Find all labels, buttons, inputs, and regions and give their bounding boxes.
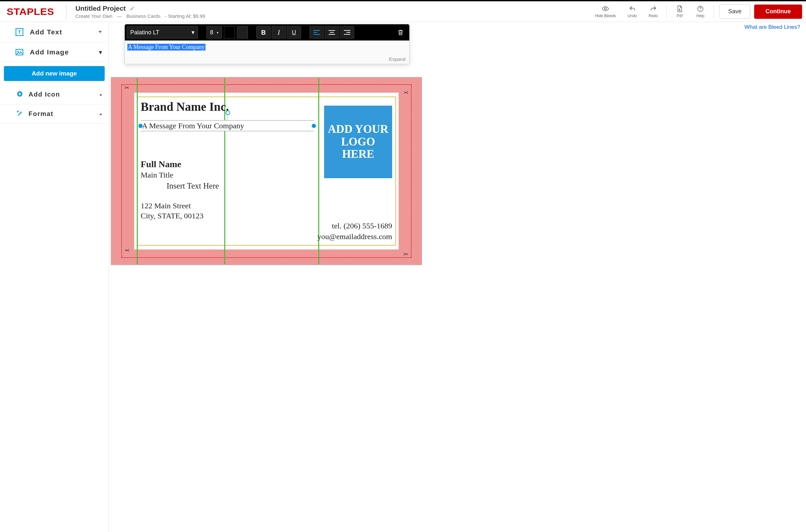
align-group: [310, 26, 354, 39]
eye-icon: [601, 5, 610, 12]
sidebar-add-icon[interactable]: Add Icon ◂: [0, 85, 109, 104]
svg-text:T: T: [18, 30, 21, 35]
align-right-button[interactable]: [340, 26, 354, 39]
breadcrumb-c: - Starting At: $9.99: [165, 13, 205, 19]
canvas: What are Bleed Lines? Palatino LT▾ 8▾ B …: [109, 22, 806, 532]
project-info: Untitled Project Create Your Own — Busin…: [76, 4, 205, 19]
svg-point-10: [18, 51, 19, 52]
header-actions: Hide Bleeds Undo Redo Pdf Help Save Cont…: [589, 4, 802, 19]
text-editor: Palatino LT▾ 8▾ B I U: [125, 24, 410, 64]
svg-point-2: [700, 10, 701, 11]
pdf-icon: [675, 5, 684, 12]
sidebar-add-image[interactable]: Add Image ▾: [0, 42, 109, 62]
tools-icon: [16, 110, 23, 118]
pdf-label: Pdf: [677, 14, 682, 18]
undo-button[interactable]: Undo: [622, 5, 643, 18]
breadcrumb-b[interactable]: Business Cards: [126, 13, 161, 19]
hide-bleeds-button[interactable]: Hide Bleeds: [589, 5, 622, 18]
svg-point-7: [16, 35, 17, 36]
chevron-down-icon: ▾: [99, 48, 102, 56]
edit-icon[interactable]: [130, 6, 135, 11]
scissor-icon: ✂: [404, 251, 408, 258]
font-select[interactable]: Palatino LT▾: [127, 26, 198, 39]
redo-label: Redo: [649, 14, 658, 18]
fontsize-value: 8: [210, 29, 213, 36]
align-left-button[interactable]: [310, 26, 324, 39]
sidebar-add-text[interactable]: T Add Text +: [0, 22, 109, 42]
help-button[interactable]: Help: [690, 5, 711, 18]
breadcrumb-sep: —: [117, 13, 122, 19]
resize-handle-left[interactable]: [138, 124, 143, 128]
delete-button[interactable]: [394, 26, 407, 39]
align-center-button[interactable]: [325, 26, 339, 39]
image-icon: [15, 48, 24, 56]
dropdown-icon: ▾: [191, 29, 194, 36]
chevron-left-icon: ◂: [99, 92, 101, 97]
sidebar-format-label: Format: [29, 110, 54, 118]
undo-label: Undo: [628, 14, 637, 18]
text-editor-body[interactable]: A Message From Your Company Expand: [125, 40, 409, 64]
save-button[interactable]: Save: [719, 4, 750, 19]
breadcrumb-a[interactable]: Create Your Own: [76, 13, 112, 19]
selected-text[interactable]: A Message From Your Company: [127, 44, 205, 51]
svg-point-6: [22, 28, 23, 29]
resize-handle-right[interactable]: [312, 124, 316, 128]
logo-placeholder[interactable]: ADD YOUR LOGO HERE: [324, 106, 392, 178]
sidebar-add-image-label: Add Image: [30, 48, 69, 56]
help-icon: [696, 5, 705, 12]
expand-button[interactable]: Expand: [389, 56, 406, 62]
pdf-button[interactable]: Pdf: [669, 5, 690, 18]
svg-point-5: [16, 28, 17, 29]
staples-logo: STAPLES: [7, 6, 54, 17]
scissor-icon: ✂: [125, 84, 129, 91]
redo-icon: [649, 5, 658, 12]
main: T Add Text + Add Image ▾ Add new image A…: [0, 22, 806, 532]
divider: [666, 5, 667, 18]
message-text[interactable]: A Message From Your Company: [140, 120, 314, 131]
email-text[interactable]: you@emailaddress.com: [317, 232, 392, 241]
text-toolbar: Palatino LT▾ 8▾ B I U: [125, 24, 409, 40]
project-title[interactable]: Untitled Project: [76, 4, 126, 12]
sidebar-add-icon-label: Add Icon: [29, 91, 60, 98]
spacer: [237, 26, 248, 39]
svg-point-8: [22, 35, 23, 36]
sidebar-format[interactable]: Format ◂: [0, 104, 109, 124]
tel-text[interactable]: tel. (206) 555-1689: [317, 222, 392, 230]
header: STAPLES Untitled Project Create Your Own…: [0, 0, 806, 22]
color-swatch[interactable]: [224, 26, 235, 39]
card-artboard[interactable]: ✂ ✂ ✂ ✂ Brand Name Inc. A Message From Y…: [111, 77, 422, 265]
address-line2[interactable]: City, STATE, 00123: [140, 212, 392, 220]
underline-button[interactable]: U: [287, 26, 301, 39]
sidebar-add-text-label: Add Text: [30, 28, 62, 36]
rotate-line: [227, 115, 228, 120]
hide-bleeds-label: Hide Bleeds: [595, 14, 616, 18]
style-group: B I U: [256, 26, 301, 39]
address-line1[interactable]: 122 Main Street: [140, 202, 392, 210]
bleed-lines-link[interactable]: What are Bleed Lines?: [745, 24, 800, 31]
rotate-handle[interactable]: [226, 111, 230, 115]
scissor-icon: ✂: [125, 247, 129, 254]
sidebar: T Add Text + Add Image ▾ Add new image A…: [0, 22, 109, 532]
contact-block: tel. (206) 555-1689 you@emailaddress.com: [317, 220, 392, 241]
circle-plus-icon: [16, 90, 23, 99]
divider: [66, 4, 67, 19]
fontsize-select[interactable]: 8▾: [206, 26, 222, 39]
redo-button[interactable]: Redo: [643, 5, 664, 18]
scissor-icon: ✂: [404, 89, 408, 96]
font-value: Palatino LT: [130, 29, 160, 36]
dropdown-icon: ▾: [217, 31, 219, 34]
insert-text[interactable]: Insert Text Here: [140, 182, 392, 191]
undo-icon: [628, 5, 637, 12]
continue-button[interactable]: Continue: [754, 4, 802, 19]
svg-point-0: [604, 8, 606, 10]
card-content: Brand Name Inc. A Message From Your Comp…: [140, 100, 392, 242]
text-icon: T: [15, 28, 24, 36]
help-label: Help: [696, 14, 705, 18]
bold-button[interactable]: B: [256, 26, 270, 39]
plus-icon: +: [98, 28, 102, 36]
chevron-left-icon: ◂: [99, 112, 101, 116]
italic-button[interactable]: I: [271, 26, 286, 39]
guide-line: [137, 78, 138, 264]
divider: [713, 5, 714, 18]
add-new-image-button[interactable]: Add new image: [4, 66, 105, 81]
